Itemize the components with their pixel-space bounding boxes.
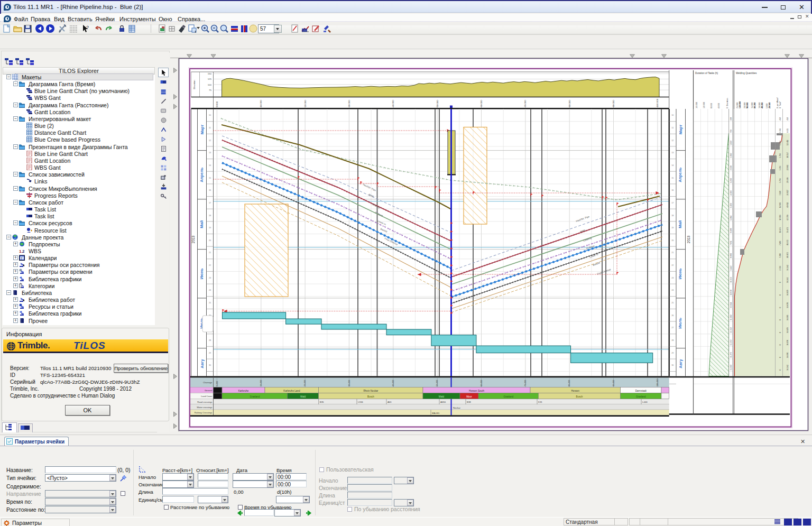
svg-text:150: 150 — [208, 72, 212, 75]
svg-text:62.799: 62.799 — [787, 215, 789, 220]
svg-text:4.000: 4.000 — [717, 103, 720, 108]
svg-text:29.500: 29.500 — [769, 103, 771, 108]
svg-text:21: 21 — [209, 252, 211, 254]
svg-text:24: 24 — [671, 289, 673, 291]
svg-text:18.157: 18.157 — [787, 152, 789, 158]
svg-text:2: 2 — [22, 249, 25, 254]
svg-text:9.442: 9.442 — [730, 265, 732, 270]
svg-text:18: 18 — [671, 215, 673, 217]
svg-text:2.726: 2.726 — [779, 266, 781, 271]
svg-text:88.873: 88.873 — [787, 252, 789, 257]
svg-text:16: 16 — [209, 189, 211, 191]
svg-text:10: 10 — [671, 114, 673, 116]
svg-text:K31: K31 — [538, 401, 542, 403]
svg-text:10.616: 10.616 — [730, 290, 732, 296]
svg-text:458: 458 — [787, 117, 789, 121]
svg-text:A656: A656 — [440, 401, 446, 403]
svg-text:7.200: 7.200 — [779, 241, 781, 246]
svg-text:74.473: 74.473 — [787, 227, 789, 233]
svg-text:Grasland: Grasland — [503, 395, 513, 398]
svg-text:0: 0 — [779, 282, 781, 283]
svg-text:6.625: 6.625 — [787, 128, 789, 133]
svg-text:23: 23 — [209, 277, 211, 279]
svg-text:15: 15 — [209, 177, 211, 179]
svg-text:11.272: 11.272 — [730, 352, 732, 358]
svg-text:50+000: 50+000 — [436, 380, 438, 386]
svg-text:16.000: 16.000 — [695, 101, 698, 108]
svg-text:28: 28 — [671, 339, 673, 342]
svg-text:0: 0 — [779, 294, 781, 296]
svg-text:16: 16 — [671, 189, 673, 191]
svg-text:96.070: 96.070 — [787, 290, 789, 295]
svg-text:11: 11 — [671, 127, 673, 129]
svg-text:13: 13 — [671, 152, 673, 154]
svg-text:5.000: 5.000 — [766, 104, 768, 108]
svg-text:20.000: 20.000 — [744, 103, 746, 108]
svg-text:5.796: 5.796 — [779, 178, 781, 183]
svg-text:Karlsruhe Land: Karlsruhe Land — [283, 390, 300, 392]
svg-text:22: 22 — [671, 264, 673, 266]
svg-text:Март: Март — [200, 124, 205, 134]
svg-text:30: 30 — [671, 364, 673, 366]
svg-text:Darmstadt: Darmstadt — [635, 390, 647, 392]
svg-text:0: 0 — [779, 357, 781, 358]
svg-text:0: 0 — [779, 332, 781, 333]
svg-text:Chainage: Chainage — [203, 381, 213, 384]
svg-text:8.660: 8.660 — [730, 253, 732, 258]
svg-text:8.000: 8.000 — [710, 103, 713, 108]
svg-text:5.796: 5.796 — [779, 166, 781, 171]
svg-text:19: 19 — [671, 227, 673, 229]
svg-text:Road crossings: Road crossings — [197, 401, 212, 403]
svg-text:Neckar: Neckar — [453, 407, 460, 409]
svg-text:96.070: 96.070 — [787, 353, 789, 358]
svg-text:Wald: Wald — [300, 395, 306, 398]
svg-text:Duration of Tasks (h): Duration of Tasks (h) — [695, 72, 718, 75]
svg-text:716: 716 — [730, 130, 732, 133]
svg-text:81.673: 81.673 — [787, 240, 789, 245]
svg-text:20: 20 — [209, 239, 211, 242]
svg-text:0: 0 — [779, 307, 781, 308]
svg-text:Hessen: Hessen — [571, 390, 580, 392]
svg-text:100+000: 100+000 — [657, 379, 659, 386]
svg-text:96.070: 96.070 — [787, 315, 789, 320]
svg-text:12.411: 12.411 — [787, 140, 789, 145]
svg-text:5.023: 5.023 — [730, 203, 732, 208]
svg-text:49.200: 49.200 — [761, 103, 763, 108]
svg-text:10.994: 10.994 — [730, 302, 732, 308]
svg-text:Land Cover: Land Cover — [201, 395, 213, 398]
svg-text:0 Duration: 0 Duration — [726, 98, 728, 108]
svg-text:7.811: 7.811 — [730, 241, 732, 245]
svg-text:70+000: 70+000 — [524, 380, 527, 386]
svg-text:2013: 2013 — [687, 235, 690, 243]
svg-text:Water crossings: Water crossings — [197, 406, 212, 409]
svg-text:25: 25 — [671, 302, 673, 304]
svg-text:L556: L556 — [358, 401, 363, 403]
svg-text:14: 14 — [671, 164, 673, 167]
svg-text:10+000: 10+000 — [260, 380, 262, 386]
svg-text:0+000: 0+000 — [216, 381, 218, 386]
svg-text:0: 0 — [779, 319, 781, 320]
svg-text:Busch: Busch — [576, 395, 583, 398]
svg-text:12: 12 — [671, 140, 673, 142]
svg-text:130.000: 130.000 — [739, 101, 741, 108]
svg-text:30+000: 30+000 — [348, 380, 350, 386]
svg-text:36.827: 36.827 — [787, 190, 789, 195]
svg-text:0: 0 — [779, 344, 781, 345]
svg-text:2013: 2013 — [191, 235, 195, 243]
svg-text:12.986: 12.986 — [779, 215, 781, 220]
svg-text:5.796: 5.796 — [779, 153, 781, 158]
svg-text:B38: B38 — [467, 401, 471, 403]
svg-text:MA-HD: MA-HD — [432, 412, 439, 414]
svg-text:Welding Quantities: Welding Quantities — [736, 72, 757, 75]
svg-text:12.986: 12.986 — [779, 202, 781, 208]
svg-text:23: 23 — [671, 277, 673, 279]
svg-text:80.200: 80.200 — [754, 103, 756, 108]
svg-text:96.070: 96.070 — [787, 340, 789, 345]
svg-text:Июнь: Июнь — [678, 268, 683, 279]
svg-text:Busch: Busch — [367, 395, 374, 398]
svg-text:11.152: 11.152 — [730, 327, 732, 333]
svg-text:0: 0 — [779, 370, 781, 371]
svg-text:13: 13 — [209, 152, 211, 154]
svg-text:7.128: 7.128 — [779, 191, 781, 196]
svg-text:5.746: 5.746 — [779, 128, 781, 133]
